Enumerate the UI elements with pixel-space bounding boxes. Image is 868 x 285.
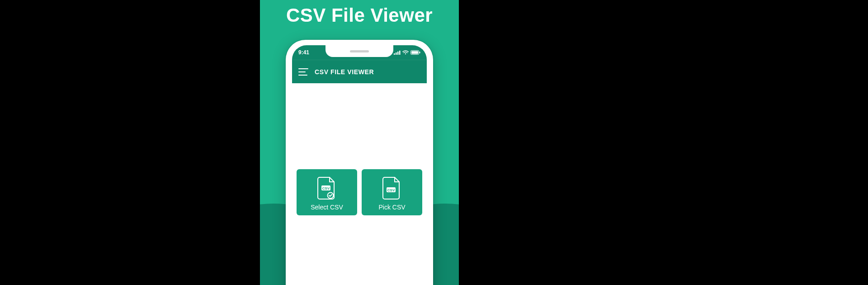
csv-badge-text: CSV bbox=[387, 188, 395, 192]
select-csv-label: Select CSV bbox=[311, 204, 343, 211]
cellular-signal-icon bbox=[394, 50, 401, 55]
svg-rect-6 bbox=[420, 52, 420, 53]
csv-file-icon: CSV bbox=[382, 176, 402, 201]
app-bar: CSV FILE VIEWER bbox=[292, 60, 427, 84]
svg-rect-2 bbox=[397, 52, 399, 55]
promo-title: CSV File Viewer bbox=[260, 5, 459, 26]
pick-csv-label: Pick CSV bbox=[378, 204, 405, 211]
csv-file-check-icon: CSV bbox=[317, 176, 337, 201]
phone-mockup: 9:41 bbox=[286, 40, 433, 285]
pick-csv-button[interactable]: CSV Pick CSV bbox=[362, 169, 422, 215]
svg-rect-3 bbox=[399, 51, 401, 55]
promo-panel: CSV File Viewer 9:41 bbox=[260, 0, 459, 285]
action-tiles: CSV Select CSV bbox=[297, 169, 422, 215]
phone-notch bbox=[326, 45, 393, 57]
status-icons bbox=[394, 50, 420, 55]
csv-badge-text: CSV bbox=[322, 186, 330, 190]
svg-rect-5 bbox=[411, 51, 418, 54]
status-time: 9:41 bbox=[298, 49, 309, 56]
svg-rect-1 bbox=[396, 52, 397, 55]
app-content: CSV Select CSV bbox=[292, 83, 427, 285]
app-title: CSV FILE VIEWER bbox=[315, 68, 374, 76]
battery-icon bbox=[410, 50, 420, 55]
page: CSV File Viewer 9:41 bbox=[0, 0, 868, 285]
svg-rect-0 bbox=[394, 53, 395, 55]
menu-icon[interactable] bbox=[298, 68, 308, 76]
select-csv-button[interactable]: CSV Select CSV bbox=[297, 169, 357, 215]
wifi-icon bbox=[402, 50, 409, 55]
phone-screen: 9:41 bbox=[292, 45, 427, 285]
phone-speaker bbox=[350, 50, 369, 52]
